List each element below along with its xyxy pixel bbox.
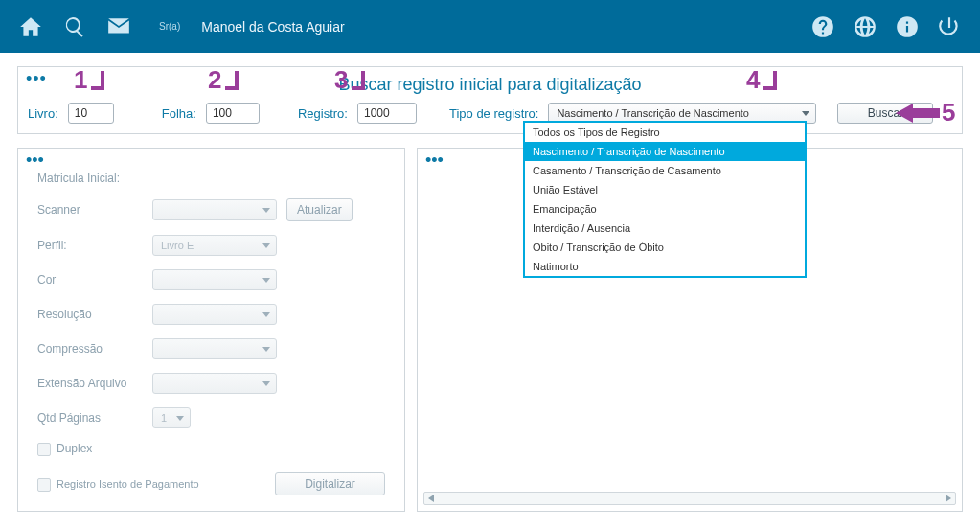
tipo-option[interactable]: Casamento / Transcrição de Casamento xyxy=(525,161,805,180)
livro-input[interactable] xyxy=(68,103,114,124)
qtd-paginas-label: Qtd Páginas xyxy=(37,411,143,425)
tipo-option[interactable]: Nascimento / Transcrição de Nascimento xyxy=(525,142,805,161)
livro-label: Livro: xyxy=(28,106,58,121)
tipo-option[interactable]: Natimorto xyxy=(525,257,805,276)
buscar-button[interactable]: Buscar xyxy=(837,103,933,124)
matricula-label: Matricula Inicial: xyxy=(37,172,143,185)
user-prefix: Sr(a) xyxy=(159,21,180,32)
horizontal-scrollbar[interactable] xyxy=(423,492,956,505)
extensao-label: Extensão Arquivo xyxy=(37,377,143,390)
panel-menu-icon[interactable]: ••• xyxy=(26,150,44,171)
tipo-label: Tipo de registro: xyxy=(449,106,538,121)
registro-input[interactable] xyxy=(357,103,417,124)
search-icon[interactable] xyxy=(61,13,88,40)
qtd-paginas-select[interactable]: 1 xyxy=(152,407,191,428)
chevron-down-icon xyxy=(802,111,809,116)
scanner-select[interactable] xyxy=(152,199,277,220)
globe-icon[interactable] xyxy=(852,13,878,40)
tipo-option[interactable]: União Estável xyxy=(525,180,805,199)
tipo-option[interactable]: Obito / Transcrição de Óbito xyxy=(525,238,805,257)
scroll-left-icon[interactable] xyxy=(424,493,438,504)
extensao-select[interactable] xyxy=(152,373,277,394)
registro-label: Registro: xyxy=(298,106,348,121)
home-icon[interactable] xyxy=(17,13,44,40)
cor-select[interactable] xyxy=(152,269,277,290)
power-icon[interactable] xyxy=(936,13,963,40)
perfil-label: Perfil: xyxy=(37,239,143,252)
isento-checkbox-row: Registro Isento de Pagamento xyxy=(37,478,199,492)
tipo-option[interactable]: Interdição / Ausencia xyxy=(525,219,805,238)
perfil-select[interactable]: Livro E xyxy=(152,235,277,256)
digitalizar-button[interactable]: Digitalizar xyxy=(275,472,385,495)
panel-menu-icon[interactable]: ••• xyxy=(26,69,47,89)
search-panel: ••• Buscar registro inicial para digital… xyxy=(17,66,963,134)
search-title: Buscar registro inicial para digitalizaç… xyxy=(28,75,952,95)
duplex-checkbox-row: Duplex xyxy=(37,442,385,456)
tipo-registro-options: Todos os Tipos de Registro Nascimento / … xyxy=(523,121,807,278)
help-icon[interactable] xyxy=(809,13,836,40)
scroll-right-icon[interactable] xyxy=(942,493,955,504)
mail-icon[interactable] xyxy=(105,13,132,40)
user-name: Manoel da Costa Aguiar xyxy=(201,19,344,35)
compressao-select[interactable] xyxy=(152,338,277,359)
duplex-checkbox[interactable] xyxy=(37,443,51,456)
resolucao-label: Resolução xyxy=(37,308,143,321)
tipo-option[interactable]: Todos os Tipos de Registro xyxy=(525,123,805,142)
scanner-settings-panel: ••• Matricula Inicial: Scanner Atualizar… xyxy=(17,148,405,512)
tipo-selected-text: Nascimento / Transcrição de Nascimento xyxy=(557,107,749,119)
info-icon[interactable] xyxy=(894,13,921,40)
atualizar-button[interactable]: Atualizar xyxy=(286,198,353,221)
scanner-label: Scanner xyxy=(37,203,143,217)
resolucao-select[interactable] xyxy=(152,304,277,325)
folha-label: Folha: xyxy=(162,106,196,121)
folha-input[interactable] xyxy=(206,103,260,124)
tipo-option[interactable]: Emancipação xyxy=(525,199,805,219)
compressao-label: Compressão xyxy=(37,342,143,356)
panel-menu-icon[interactable]: ••• xyxy=(425,150,444,171)
isento-checkbox[interactable] xyxy=(37,478,51,492)
cor-label: Cor xyxy=(37,273,143,287)
app-header: Sr(a) Manoel da Costa Aguiar xyxy=(0,0,980,53)
